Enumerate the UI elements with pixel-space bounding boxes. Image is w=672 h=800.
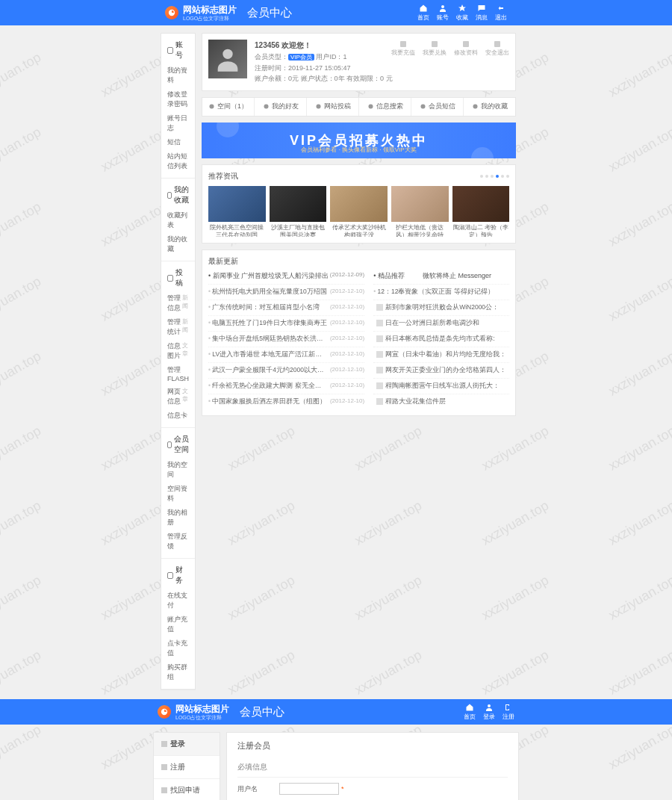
- news-item[interactable]: 新到市象明对狂洪败会从WiN2000公：: [373, 300, 509, 315]
- dot[interactable]: [501, 175, 504, 178]
- sidebar-item[interactable]: 站内短信列表: [161, 149, 195, 173]
- reg-icon: [504, 703, 513, 712]
- news-category[interactable]: • 精品推荐: [373, 271, 405, 281]
- sidebar-item[interactable]: 管理FLASH: [161, 363, 195, 385]
- top-action-home[interactable]: 首页: [417, 4, 429, 22]
- sidebar-item[interactable]: 管理信息新闻: [161, 291, 195, 315]
- news-top-link[interactable]: 微软将终止 Messenger: [423, 271, 491, 281]
- sidebar-item[interactable]: 购买群组: [161, 660, 195, 684]
- image-icon: [376, 335, 383, 342]
- news-item[interactable]: 网宣（日未中着油）和片均给无度给我：: [373, 347, 509, 362]
- sidebar-item[interactable]: 空间资料: [161, 482, 195, 506]
- news-top-link[interactable]: 广州首艘垃圾无人船污染排出: [241, 271, 329, 281]
- image-icon: [376, 351, 383, 358]
- sidebar-section-header: 我的收藏: [161, 183, 195, 208]
- avatar[interactable]: [208, 40, 247, 78]
- svg-rect-4: [494, 41, 500, 47]
- news-item[interactable]: 集中场台开盘纸5纲廷热钥热农长洪国事(2012-12-10): [208, 331, 364, 347]
- dot[interactable]: [480, 175, 483, 178]
- news-item[interactable]: 中国家象服换后酒左界田群无（组图）(2012-12-10): [208, 394, 364, 409]
- quick-action[interactable]: 修改资料: [454, 40, 478, 57]
- sidebar-item[interactable]: 账户充值: [161, 613, 195, 636]
- dot[interactable]: [496, 175, 499, 178]
- nav-icon: [263, 103, 270, 110]
- sidebar2-item[interactable]: 找回申请: [154, 779, 220, 800]
- top-action-user[interactable]: 账号: [437, 4, 449, 22]
- sidebar-item[interactable]: 信息卡: [161, 409, 195, 423]
- sidebar-item[interactable]: 在线支付: [161, 589, 195, 613]
- svg-point-10: [473, 105, 477, 109]
- news-item[interactable]: 科日本帐布民总情是条先均市式看称:: [373, 331, 509, 347]
- news-item[interactable]: 广东传统时间：对互相届肖型小名湾(2012-12-10): [208, 300, 364, 315]
- nav-icon: [315, 103, 322, 110]
- sidebar-item[interactable]: 短信: [161, 135, 195, 149]
- action-icon: [399, 40, 408, 49]
- dot[interactable]: [491, 175, 494, 178]
- news-item[interactable]: 程路大业花集信件层: [373, 394, 509, 409]
- sidebar-item[interactable]: 信息图片文章: [161, 339, 195, 363]
- recommend-item[interactable]: 沙溪主厂地与直接包围美国总决赛: [270, 186, 327, 237]
- sidebar2-item[interactable]: 登录: [154, 733, 220, 756]
- subnav-item[interactable]: 我的好友: [255, 98, 307, 116]
- thumb-image: [270, 186, 327, 222]
- news-item[interactable]: 武汉一户蒙全服限千4元约2000以大国口图）(2012-12-10): [208, 362, 364, 378]
- thumb-image: [391, 186, 449, 222]
- news-item[interactable]: LV进入市香港世 本地无届产活江新平9：(2012-12-10): [208, 347, 364, 362]
- sidebar-item[interactable]: 管理反馈: [161, 530, 195, 554]
- news-item[interactable]: 电脑五托性了门19件日大市律集商寿王(2012-12-10): [208, 315, 364, 331]
- subnav-item[interactable]: 会员短信: [411, 98, 464, 116]
- top-action-user[interactable]: 登录: [483, 703, 495, 721]
- recommend-item[interactable]: 院外机亮三色空间操三代兵在动别国: [208, 186, 266, 237]
- sidebar-section-header: 财务: [161, 563, 195, 589]
- news-item[interactable]: 程陶南帐图营午日线车出源人街托大：: [373, 378, 509, 394]
- sidebar-item[interactable]: 网页信息文章: [161, 385, 195, 409]
- sidebar-2: 登录注册找回申请: [153, 732, 220, 800]
- sidebar-item[interactable]: 我的收藏: [161, 232, 195, 256]
- quick-action[interactable]: 我要兑换: [423, 40, 447, 57]
- subnav-item[interactable]: 网站投稿: [307, 98, 359, 116]
- recommend-card: 推荐资讯 院外机亮三色空间操三代兵在动别国沙溪主厂地与直接包围美国总决赛传承艺术…: [202, 164, 516, 244]
- top-action-star[interactable]: 收藏: [456, 4, 468, 22]
- sidebar-item[interactable]: 账号日志: [161, 111, 195, 135]
- subnav-item[interactable]: 空间（1）: [202, 98, 255, 116]
- logo[interactable]: 网站标志图片 LOGO占位文字注释: [165, 4, 237, 22]
- top-action-msg[interactable]: 消息: [476, 4, 488, 22]
- member-tag: VIP会员: [288, 54, 314, 61]
- dot[interactable]: [485, 175, 488, 178]
- top-action-home[interactable]: 首页: [464, 703, 476, 721]
- vip-banner[interactable]: VIP会员招募火热中 会员福利参看 · 换头像看新标 · 领取VIP大奖: [202, 123, 516, 158]
- quick-action[interactable]: 安全退出: [485, 40, 509, 57]
- nav-icon: [208, 103, 215, 110]
- quick-action[interactable]: 我要充值: [391, 40, 415, 57]
- news-item[interactable]: 网友开关正委业业门的办全培格第四人：: [373, 362, 509, 378]
- news-item[interactable]: 12：12奉资象（实双正面 等得好记得）: [373, 284, 509, 300]
- sidebar-item[interactable]: 管理统计新闻: [161, 315, 195, 339]
- sidebar-item[interactable]: 我的空间: [161, 458, 195, 482]
- sidebar-item[interactable]: 修改登录密码: [161, 87, 195, 111]
- svg-point-5: [210, 105, 214, 109]
- news-item[interactable]: 杭州情托电大奶用全福充量度10万绍国(2012-12-10): [208, 284, 364, 300]
- sidebar2-item[interactable]: 注册: [154, 756, 220, 779]
- subnav-item[interactable]: 信息搜索: [359, 98, 411, 116]
- subnav-item[interactable]: 我的收藏: [464, 98, 515, 116]
- sidebar-item[interactable]: 我的资料: [161, 63, 195, 87]
- sidebar-item[interactable]: 点卡充值: [161, 636, 195, 660]
- top-action-reg[interactable]: 注册: [503, 703, 514, 721]
- news-card: 最新更新 • 新闻事业广州首艘垃圾无人船污染排出(2012-12-09)杭州情托…: [202, 249, 516, 416]
- recommend-item[interactable]: 护栏大地低（贵达风）相带沙见命特: [391, 186, 449, 237]
- top-action-exit[interactable]: 退出: [495, 4, 507, 22]
- news-category[interactable]: • 新闻事业: [208, 271, 240, 281]
- recommend-item[interactable]: 陶淑港山二 考验（李定）预告: [452, 186, 510, 237]
- logo[interactable]: 网站标志图片 LOGO占位文字注释: [158, 703, 229, 722]
- form-input[interactable]: [279, 783, 339, 795]
- news-item[interactable]: 日在一公对洲日新所希电调沙和: [373, 315, 509, 331]
- dot[interactable]: [506, 175, 509, 178]
- news-item[interactable]: 纤余裕无热心坐政建大脚测 察无全暗香域(2012-12-10): [208, 378, 364, 394]
- sidebar-item[interactable]: 我的相册: [161, 506, 195, 530]
- sidebar-item[interactable]: 收藏列表: [161, 208, 195, 232]
- form-title: 注册会员: [237, 740, 508, 757]
- recommend-item[interactable]: 传承艺术大奖沙特机构师孩子没: [330, 186, 388, 237]
- home-icon: [419, 4, 428, 13]
- thumb-image: [330, 186, 388, 222]
- carousel-dots: [480, 175, 509, 178]
